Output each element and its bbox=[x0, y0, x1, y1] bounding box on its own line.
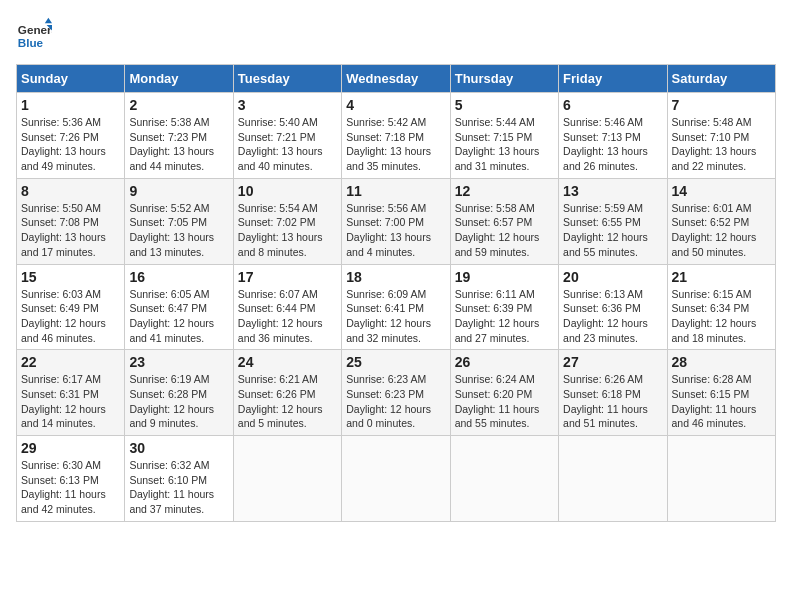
day-detail: Sunrise: 6:24 AMSunset: 6:20 PMDaylight:… bbox=[455, 372, 554, 431]
day-header-wednesday: Wednesday bbox=[342, 65, 450, 93]
day-number: 1 bbox=[21, 97, 120, 113]
day-number: 21 bbox=[672, 269, 771, 285]
day-detail: Sunrise: 6:13 AMSunset: 6:36 PMDaylight:… bbox=[563, 287, 662, 346]
day-detail: Sunrise: 5:44 AMSunset: 7:15 PMDaylight:… bbox=[455, 115, 554, 174]
calendar-cell bbox=[559, 436, 667, 522]
day-detail: Sunrise: 5:42 AMSunset: 7:18 PMDaylight:… bbox=[346, 115, 445, 174]
day-detail: Sunrise: 6:09 AMSunset: 6:41 PMDaylight:… bbox=[346, 287, 445, 346]
calendar-cell bbox=[233, 436, 341, 522]
calendar-cell bbox=[667, 436, 775, 522]
day-detail: Sunrise: 6:01 AMSunset: 6:52 PMDaylight:… bbox=[672, 201, 771, 260]
day-detail: Sunrise: 6:05 AMSunset: 6:47 PMDaylight:… bbox=[129, 287, 228, 346]
day-header-thursday: Thursday bbox=[450, 65, 558, 93]
day-number: 17 bbox=[238, 269, 337, 285]
day-number: 10 bbox=[238, 183, 337, 199]
calendar-cell: 20Sunrise: 6:13 AMSunset: 6:36 PMDayligh… bbox=[559, 264, 667, 350]
day-number: 23 bbox=[129, 354, 228, 370]
calendar-cell: 15Sunrise: 6:03 AMSunset: 6:49 PMDayligh… bbox=[17, 264, 125, 350]
calendar-cell: 10Sunrise: 5:54 AMSunset: 7:02 PMDayligh… bbox=[233, 178, 341, 264]
day-detail: Sunrise: 6:03 AMSunset: 6:49 PMDaylight:… bbox=[21, 287, 120, 346]
calendar-cell: 4Sunrise: 5:42 AMSunset: 7:18 PMDaylight… bbox=[342, 93, 450, 179]
calendar-cell: 13Sunrise: 5:59 AMSunset: 6:55 PMDayligh… bbox=[559, 178, 667, 264]
calendar-cell: 22Sunrise: 6:17 AMSunset: 6:31 PMDayligh… bbox=[17, 350, 125, 436]
svg-marker-2 bbox=[45, 18, 52, 23]
day-detail: Sunrise: 5:56 AMSunset: 7:00 PMDaylight:… bbox=[346, 201, 445, 260]
day-number: 8 bbox=[21, 183, 120, 199]
day-number: 3 bbox=[238, 97, 337, 113]
day-number: 22 bbox=[21, 354, 120, 370]
day-number: 5 bbox=[455, 97, 554, 113]
day-number: 13 bbox=[563, 183, 662, 199]
calendar-header-row: SundayMondayTuesdayWednesdayThursdayFrid… bbox=[17, 65, 776, 93]
day-detail: Sunrise: 5:58 AMSunset: 6:57 PMDaylight:… bbox=[455, 201, 554, 260]
day-detail: Sunrise: 5:40 AMSunset: 7:21 PMDaylight:… bbox=[238, 115, 337, 174]
calendar-cell: 9Sunrise: 5:52 AMSunset: 7:05 PMDaylight… bbox=[125, 178, 233, 264]
week-row-3: 15Sunrise: 6:03 AMSunset: 6:49 PMDayligh… bbox=[17, 264, 776, 350]
day-number: 18 bbox=[346, 269, 445, 285]
day-header-monday: Monday bbox=[125, 65, 233, 93]
calendar-cell: 30Sunrise: 6:32 AMSunset: 6:10 PMDayligh… bbox=[125, 436, 233, 522]
day-detail: Sunrise: 6:15 AMSunset: 6:34 PMDaylight:… bbox=[672, 287, 771, 346]
calendar-cell: 24Sunrise: 6:21 AMSunset: 6:26 PMDayligh… bbox=[233, 350, 341, 436]
day-detail: Sunrise: 6:21 AMSunset: 6:26 PMDaylight:… bbox=[238, 372, 337, 431]
calendar-cell: 7Sunrise: 5:48 AMSunset: 7:10 PMDaylight… bbox=[667, 93, 775, 179]
calendar-cell: 5Sunrise: 5:44 AMSunset: 7:15 PMDaylight… bbox=[450, 93, 558, 179]
day-number: 4 bbox=[346, 97, 445, 113]
day-detail: Sunrise: 5:38 AMSunset: 7:23 PMDaylight:… bbox=[129, 115, 228, 174]
day-number: 14 bbox=[672, 183, 771, 199]
day-header-sunday: Sunday bbox=[17, 65, 125, 93]
day-detail: Sunrise: 6:30 AMSunset: 6:13 PMDaylight:… bbox=[21, 458, 120, 517]
calendar-table: SundayMondayTuesdayWednesdayThursdayFrid… bbox=[16, 64, 776, 522]
page-header: General Blue bbox=[16, 16, 776, 52]
day-number: 27 bbox=[563, 354, 662, 370]
day-header-saturday: Saturday bbox=[667, 65, 775, 93]
day-header-tuesday: Tuesday bbox=[233, 65, 341, 93]
day-number: 20 bbox=[563, 269, 662, 285]
calendar-cell: 29Sunrise: 6:30 AMSunset: 6:13 PMDayligh… bbox=[17, 436, 125, 522]
day-number: 15 bbox=[21, 269, 120, 285]
calendar-cell: 27Sunrise: 6:26 AMSunset: 6:18 PMDayligh… bbox=[559, 350, 667, 436]
day-number: 25 bbox=[346, 354, 445, 370]
calendar-cell: 17Sunrise: 6:07 AMSunset: 6:44 PMDayligh… bbox=[233, 264, 341, 350]
calendar-cell: 8Sunrise: 5:50 AMSunset: 7:08 PMDaylight… bbox=[17, 178, 125, 264]
day-detail: Sunrise: 6:23 AMSunset: 6:23 PMDaylight:… bbox=[346, 372, 445, 431]
calendar-cell: 2Sunrise: 5:38 AMSunset: 7:23 PMDaylight… bbox=[125, 93, 233, 179]
day-detail: Sunrise: 6:28 AMSunset: 6:15 PMDaylight:… bbox=[672, 372, 771, 431]
day-detail: Sunrise: 6:07 AMSunset: 6:44 PMDaylight:… bbox=[238, 287, 337, 346]
day-number: 11 bbox=[346, 183, 445, 199]
week-row-4: 22Sunrise: 6:17 AMSunset: 6:31 PMDayligh… bbox=[17, 350, 776, 436]
day-number: 9 bbox=[129, 183, 228, 199]
day-detail: Sunrise: 5:54 AMSunset: 7:02 PMDaylight:… bbox=[238, 201, 337, 260]
day-detail: Sunrise: 6:32 AMSunset: 6:10 PMDaylight:… bbox=[129, 458, 228, 517]
day-detail: Sunrise: 5:46 AMSunset: 7:13 PMDaylight:… bbox=[563, 115, 662, 174]
calendar-cell: 21Sunrise: 6:15 AMSunset: 6:34 PMDayligh… bbox=[667, 264, 775, 350]
day-number: 16 bbox=[129, 269, 228, 285]
day-number: 29 bbox=[21, 440, 120, 456]
svg-text:General: General bbox=[18, 23, 52, 36]
calendar-cell: 26Sunrise: 6:24 AMSunset: 6:20 PMDayligh… bbox=[450, 350, 558, 436]
calendar-cell bbox=[450, 436, 558, 522]
day-detail: Sunrise: 5:50 AMSunset: 7:08 PMDaylight:… bbox=[21, 201, 120, 260]
week-row-2: 8Sunrise: 5:50 AMSunset: 7:08 PMDaylight… bbox=[17, 178, 776, 264]
calendar-body: 1Sunrise: 5:36 AMSunset: 7:26 PMDaylight… bbox=[17, 93, 776, 522]
day-detail: Sunrise: 6:11 AMSunset: 6:39 PMDaylight:… bbox=[455, 287, 554, 346]
calendar-cell: 16Sunrise: 6:05 AMSunset: 6:47 PMDayligh… bbox=[125, 264, 233, 350]
calendar-cell: 1Sunrise: 5:36 AMSunset: 7:26 PMDaylight… bbox=[17, 93, 125, 179]
day-detail: Sunrise: 6:17 AMSunset: 6:31 PMDaylight:… bbox=[21, 372, 120, 431]
svg-text:Blue: Blue bbox=[18, 36, 44, 49]
day-detail: Sunrise: 6:26 AMSunset: 6:18 PMDaylight:… bbox=[563, 372, 662, 431]
calendar-cell: 18Sunrise: 6:09 AMSunset: 6:41 PMDayligh… bbox=[342, 264, 450, 350]
day-number: 30 bbox=[129, 440, 228, 456]
calendar-cell: 23Sunrise: 6:19 AMSunset: 6:28 PMDayligh… bbox=[125, 350, 233, 436]
calendar-cell: 6Sunrise: 5:46 AMSunset: 7:13 PMDaylight… bbox=[559, 93, 667, 179]
day-header-friday: Friday bbox=[559, 65, 667, 93]
day-detail: Sunrise: 5:48 AMSunset: 7:10 PMDaylight:… bbox=[672, 115, 771, 174]
logo-icon: General Blue bbox=[16, 16, 52, 52]
week-row-5: 29Sunrise: 6:30 AMSunset: 6:13 PMDayligh… bbox=[17, 436, 776, 522]
calendar-cell: 19Sunrise: 6:11 AMSunset: 6:39 PMDayligh… bbox=[450, 264, 558, 350]
calendar-cell: 3Sunrise: 5:40 AMSunset: 7:21 PMDaylight… bbox=[233, 93, 341, 179]
calendar-cell: 11Sunrise: 5:56 AMSunset: 7:00 PMDayligh… bbox=[342, 178, 450, 264]
day-detail: Sunrise: 5:52 AMSunset: 7:05 PMDaylight:… bbox=[129, 201, 228, 260]
calendar-cell: 25Sunrise: 6:23 AMSunset: 6:23 PMDayligh… bbox=[342, 350, 450, 436]
calendar-cell: 14Sunrise: 6:01 AMSunset: 6:52 PMDayligh… bbox=[667, 178, 775, 264]
